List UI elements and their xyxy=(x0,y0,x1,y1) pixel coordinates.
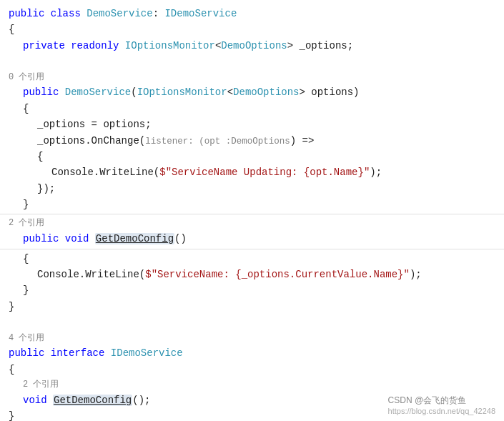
watermark-url: https://blog.csdn.net/qq_42248 xyxy=(388,407,495,415)
empty-line xyxy=(0,54,504,69)
code-line: Console.WriteLine($"ServiceName: {_optio… xyxy=(0,267,504,282)
line-text: { xyxy=(23,251,29,267)
line-text: } xyxy=(23,282,29,298)
watermark: CSDN @会飞的货鱼 https://blog.csdn.net/qq_422… xyxy=(388,395,495,415)
empty-line xyxy=(0,314,504,330)
code-line: { xyxy=(0,362,504,377)
code-line: }); xyxy=(0,181,504,197)
code-line: _options = options; xyxy=(0,117,504,132)
code-line: { xyxy=(0,149,504,164)
code-line: _options.OnChange(listener: (opt :DemoOp… xyxy=(0,133,504,149)
code-line: { xyxy=(0,251,504,267)
code-separator xyxy=(0,214,504,214)
line-text: { xyxy=(37,149,43,164)
line-text: Console.WriteLine($"ServiceName Updating… xyxy=(51,164,382,180)
code-line: { xyxy=(0,21,504,37)
line-text: public interface IDemoService xyxy=(9,345,183,361)
line-text: } xyxy=(9,299,14,314)
line-text: } xyxy=(23,197,29,212)
ref-hint: 0 个引用 xyxy=(0,70,504,85)
line-text: _options = options; xyxy=(37,117,152,132)
code-separator xyxy=(0,249,504,249)
line-text: } xyxy=(9,408,14,421)
code-line: public interface IDemoService xyxy=(0,345,504,361)
code-line: } xyxy=(0,282,504,298)
ref-hint: 4 个引用 xyxy=(0,331,504,346)
line-text: private readonly IOptionsMonitor<DemoOpt… xyxy=(23,38,353,54)
line-text: public DemoService(IOptionsMonitor<DemoO… xyxy=(23,84,360,100)
code-line: private readonly IOptionsMonitor<DemoOpt… xyxy=(0,38,504,54)
code-line: public void GetDemoConfig() xyxy=(0,231,504,247)
code-line: Console.WriteLine($"ServiceName Updating… xyxy=(0,164,504,180)
code-line: public class DemoService: IDemoService xyxy=(0,6,504,21)
ref-hint-indented: 2 个引用 xyxy=(0,377,504,392)
line-text: public void GetDemoConfig() xyxy=(23,231,187,247)
code-content: public class DemoService: IDemoService{p… xyxy=(0,6,504,421)
watermark-text: CSDN @会飞的货鱼 xyxy=(388,395,467,405)
line-text: Console.WriteLine($"ServiceName: {_optio… xyxy=(37,267,422,282)
line-text: { xyxy=(23,101,29,117)
code-line: } xyxy=(0,299,504,314)
code-line: } xyxy=(0,197,504,212)
ref-hint: 2 个引用 xyxy=(0,216,504,231)
line-text: }); xyxy=(37,181,55,197)
line-text: public class DemoService: IDemoService xyxy=(9,6,237,21)
code-line: { xyxy=(0,101,504,117)
code-editor: public class DemoService: IDemoService{p… xyxy=(0,0,504,421)
line-text: _options.OnChange(listener: (opt :DemoOp… xyxy=(37,133,314,149)
line-text: void GetDemoConfig(); xyxy=(23,392,150,408)
line-text: { xyxy=(9,362,14,377)
code-line: public DemoService(IOptionsMonitor<DemoO… xyxy=(0,84,504,100)
line-text: { xyxy=(9,21,14,37)
